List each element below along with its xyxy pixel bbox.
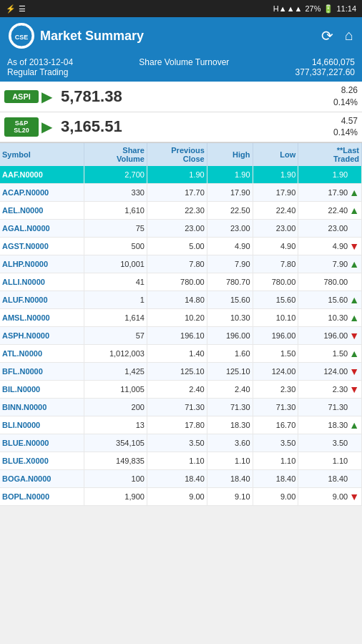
- up-arrow-icon: ▲: [349, 312, 359, 323]
- cell-volume: 11,005: [84, 381, 147, 399]
- home-icon[interactable]: ⌂: [345, 27, 353, 44]
- col-high: High: [207, 143, 253, 166]
- header-left: CSE Market Summary: [9, 23, 144, 49]
- cell-last: 15.60▲: [298, 291, 362, 309]
- cell-high: 125.10: [207, 363, 253, 381]
- cell-low: 71.30: [253, 399, 298, 416]
- cell-symbol: ALHP.N0000: [0, 255, 84, 273]
- sp-change: 4.57 0.14%: [333, 115, 358, 140]
- cell-high: 3.60: [207, 434, 253, 452]
- aspi-change2: 0.14%: [333, 97, 358, 109]
- cell-volume: 1,614: [84, 309, 147, 327]
- cell-symbol: ALUF.N0000: [0, 291, 84, 309]
- cell-prev: 22.30: [147, 202, 207, 220]
- cell-prev: 9.00: [147, 488, 207, 506]
- info-center: Share Volume Turnover: [139, 57, 229, 67]
- cell-low: 1.50: [253, 345, 298, 363]
- cell-low: 2.30: [253, 381, 298, 399]
- cell-volume: 1,425: [84, 363, 147, 381]
- cell-prev: 780.00: [147, 273, 207, 291]
- aspi-row: ASPI ▶ 5,781.38 8.26 0.14%: [0, 82, 362, 112]
- table-row[interactable]: ASPH.N0000 57 196.10 196.00 196.00 196.0…: [0, 327, 362, 345]
- cell-volume: 2,700: [84, 166, 147, 184]
- cell-volume: 10,001: [84, 255, 147, 273]
- up-arrow-icon: ▲: [349, 348, 359, 359]
- table-row[interactable]: ALLI.N0000 41 780.00 780.70 780.00 780.0…: [0, 273, 362, 291]
- cell-last: 780.00▲: [298, 273, 362, 291]
- cell-last: 1.50▲: [298, 345, 362, 363]
- cell-high: 196.00: [207, 327, 253, 345]
- time-display: 11:14: [336, 4, 356, 13]
- aspi-value: 5,781.38: [55, 87, 333, 106]
- volume-label: Share Volume Turnover: [139, 57, 229, 67]
- table-row[interactable]: BIL.N0000 11,005 2.40 2.40 2.30 2.30▼: [0, 381, 362, 399]
- table-row[interactable]: AEL.N0000 1,610 22.30 22.50 22.40 22.40▲: [0, 202, 362, 220]
- table-row[interactable]: AGAL.N0000 75 23.00 23.00 23.00 23.00▲: [0, 220, 362, 238]
- cell-low: 780.00: [253, 273, 298, 291]
- cell-symbol: ATL.N0000: [0, 345, 84, 363]
- usb-icon: ⚡: [6, 4, 16, 14]
- cell-prev: 23.00: [147, 220, 207, 238]
- down-arrow-icon: ▼: [349, 491, 359, 502]
- table-header-row: Symbol ShareVolume PreviousClose High Lo…: [0, 143, 362, 166]
- volume-value: 14,660,075: [295, 57, 355, 67]
- cell-volume: 13: [84, 416, 147, 434]
- battery-icon: 🔋: [323, 4, 333, 14]
- table-row[interactable]: BLUE.N0000 354,105 3.50 3.60 3.50 3.50▲: [0, 434, 362, 452]
- info-right: 14,660,075 377,337,227.60: [295, 57, 355, 77]
- refresh-icon[interactable]: ⟳: [321, 27, 333, 44]
- cell-high: 1.10: [207, 452, 253, 470]
- down-arrow-icon: ▼: [349, 366, 359, 377]
- table-row[interactable]: AGST.N0000 500 5.00 4.90 4.90 4.90▼: [0, 238, 362, 255]
- stock-table: Symbol ShareVolume PreviousClose High Lo…: [0, 143, 362, 506]
- cell-low: 18.40: [253, 470, 298, 488]
- cell-last: 1.90▲: [298, 166, 362, 184]
- col-prev: PreviousClose: [147, 143, 207, 166]
- cell-prev: 17.70: [147, 184, 207, 202]
- cell-volume: 500: [84, 238, 147, 255]
- table-row[interactable]: AMSL.N0000 1,614 10.20 10.30 10.10 10.30…: [0, 309, 362, 327]
- cell-high: 4.90: [207, 238, 253, 255]
- cell-high: 9.10: [207, 488, 253, 506]
- cell-high: 1.90: [207, 166, 253, 184]
- cell-high: 17.90: [207, 184, 253, 202]
- app-logo: CSE: [9, 23, 34, 49]
- cell-prev: 3.50: [147, 434, 207, 452]
- cell-last: 18.40▲: [298, 470, 362, 488]
- cell-prev: 125.10: [147, 363, 207, 381]
- table-row[interactable]: BOPL.N0000 1,900 9.00 9.10 9.00 9.00▼: [0, 488, 362, 506]
- table-row[interactable]: AAF.N0000 2,700 1.90 1.90 1.90 1.90▲: [0, 166, 362, 184]
- table-row[interactable]: BOGA.N0000 100 18.40 18.40 18.40 18.40▲: [0, 470, 362, 488]
- status-bar: ⚡ ☰ H▲▲▲ 27% 🔋 11:14: [0, 0, 362, 17]
- table-row[interactable]: BLUE.X0000 149,835 1.10 1.10 1.10 1.10▲: [0, 452, 362, 470]
- info-bar: As of 2013-12-04 Regular Trading Share V…: [0, 54, 362, 82]
- cell-symbol: AEL.N0000: [0, 202, 84, 220]
- cell-symbol: BOGA.N0000: [0, 470, 84, 488]
- cell-prev: 10.20: [147, 309, 207, 327]
- cell-last: 4.90▼: [298, 238, 362, 255]
- table-row[interactable]: ALHP.N0000 10,001 7.80 7.90 7.80 7.90▲: [0, 255, 362, 273]
- table-row[interactable]: ACAP.N0000 330 17.70 17.90 17.90 17.90▲: [0, 184, 362, 202]
- table-row[interactable]: BLI.N0000 13 17.80 18.30 16.70 18.30▲: [0, 416, 362, 434]
- turnover-value: 377,337,227.60: [295, 67, 355, 77]
- down-arrow-icon: ▼: [349, 240, 359, 252]
- cell-low: 3.50: [253, 434, 298, 452]
- no-arrow-icon: ▲: [349, 473, 359, 484]
- up-arrow-icon: ▲: [349, 258, 359, 270]
- aspi-change: 8.26 0.14%: [333, 84, 358, 109]
- stock-table-container[interactable]: Symbol ShareVolume PreviousClose High Lo…: [0, 143, 362, 601]
- cell-low: 7.80: [253, 255, 298, 273]
- cell-last: 71.30▲: [298, 399, 362, 416]
- aspi-badge: ASPI: [4, 90, 39, 103]
- table-row[interactable]: ATL.N0000 1,012,003 1.40 1.60 1.50 1.50▲: [0, 345, 362, 363]
- cell-last: 22.40▲: [298, 202, 362, 220]
- cell-symbol: AGST.N0000: [0, 238, 84, 255]
- table-row[interactable]: BINN.N0000 200 71.30 71.30 71.30 71.30▲: [0, 399, 362, 416]
- table-row[interactable]: BFL.N0000 1,425 125.10 125.10 124.00 124…: [0, 363, 362, 381]
- table-row[interactable]: ALUF.N0000 1 14.80 15.60 15.60 15.60▲: [0, 291, 362, 309]
- cell-last: 10.30▲: [298, 309, 362, 327]
- cell-symbol: BLUE.N0000: [0, 434, 84, 452]
- cell-prev: 17.80: [147, 416, 207, 434]
- cell-prev: 7.80: [147, 255, 207, 273]
- cell-volume: 200: [84, 399, 147, 416]
